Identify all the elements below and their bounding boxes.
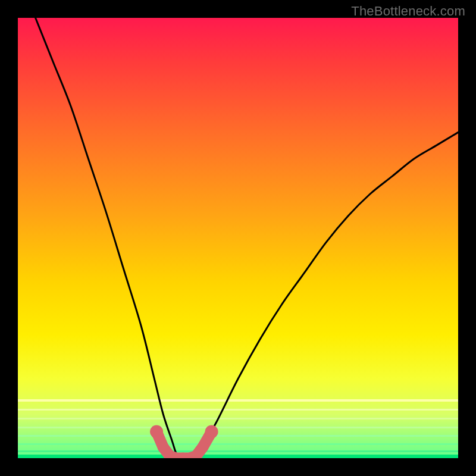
marker-dot — [190, 450, 202, 458]
band — [18, 443, 458, 445]
band — [18, 409, 458, 411]
bottom-marker-group — [150, 425, 218, 458]
marker-dot — [150, 425, 163, 439]
watermark-text: TheBottleneck.com — [351, 4, 465, 19]
marker-dot — [197, 441, 208, 453]
band — [18, 450, 458, 452]
chart-frame: TheBottleneck.com — [0, 0, 476, 476]
plot-area — [18, 18, 458, 458]
band — [18, 399, 458, 402]
marker-dot — [158, 441, 169, 453]
band — [18, 418, 458, 419]
marker-dot — [184, 453, 195, 459]
marker-dot — [177, 453, 189, 459]
band — [18, 435, 458, 437]
band — [18, 455, 458, 458]
gradient-bottom-bands — [18, 393, 458, 458]
bottleneck-curve — [36, 18, 458, 458]
marker-dot — [205, 425, 218, 439]
marker-dot — [171, 453, 182, 459]
marker-dot — [164, 450, 176, 458]
band — [18, 427, 458, 428]
bottleneck-curve-svg — [18, 18, 458, 458]
marker-connector — [156, 432, 212, 458]
